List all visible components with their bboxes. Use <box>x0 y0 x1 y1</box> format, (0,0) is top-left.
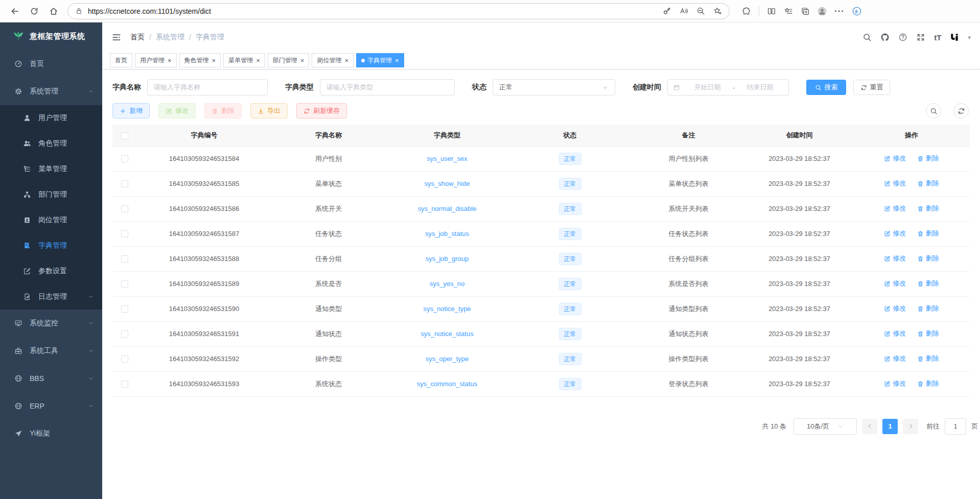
dict-type-input[interactable]: 请输入字典类型 <box>320 79 455 96</box>
row-delete-link[interactable]: 删除 <box>917 279 939 288</box>
sidebar-toggle-icon[interactable] <box>111 32 122 42</box>
start-date-input[interactable]: 开始日期 <box>684 83 731 92</box>
row-edit-link[interactable]: 修改 <box>884 379 906 388</box>
status-select[interactable]: 正常 <box>493 79 615 96</box>
end-date-input[interactable]: 结束日期 <box>737 83 783 92</box>
row-delete-link[interactable]: 删除 <box>917 254 939 263</box>
row-checkbox[interactable] <box>121 305 128 313</box>
browser-profile-avatar[interactable] <box>818 7 827 16</box>
add-button[interactable]: 新增 <box>112 103 150 118</box>
font-size-icon[interactable]: tT <box>934 33 941 42</box>
row-delete-link[interactable]: 删除 <box>917 329 939 338</box>
row-checkbox[interactable] <box>121 330 128 338</box>
tab[interactable]: 部门管理 × <box>268 53 310 67</box>
extensions-icon[interactable] <box>742 7 751 16</box>
dict-type-link[interactable]: sys_show_hide <box>425 180 470 187</box>
add-favorite-icon[interactable] <box>713 7 722 15</box>
sidebar-item[interactable]: 岗位管理 <box>0 207 102 233</box>
refresh-table-button[interactable] <box>953 103 969 118</box>
close-icon[interactable]: × <box>344 57 348 64</box>
sidebar-item[interactable]: 系统管理 <box>0 78 102 105</box>
favorites-list-icon[interactable] <box>784 7 793 16</box>
dict-type-link[interactable]: sys_job_group <box>426 255 469 263</box>
reset-button[interactable]: 重置 <box>853 80 890 95</box>
dict-type-link[interactable]: sys_yes_no <box>430 280 465 288</box>
tab[interactable]: 用户管理 × <box>135 53 177 67</box>
row-checkbox[interactable] <box>121 230 128 237</box>
row-checkbox[interactable] <box>121 180 128 187</box>
browser-back-button[interactable] <box>6 3 24 19</box>
current-page-button[interactable]: 1 <box>882 419 898 434</box>
edit-button[interactable]: 修改 <box>158 103 196 118</box>
sidebar-item[interactable]: 首页 <box>0 50 102 78</box>
close-icon[interactable]: × <box>212 57 216 64</box>
read-aloud-icon[interactable] <box>680 7 688 15</box>
dict-type-link[interactable]: sys_common_status <box>417 380 478 388</box>
select-all-checkbox[interactable] <box>121 132 128 139</box>
sidebar-item[interactable]: BBS <box>0 365 102 392</box>
dict-type-link[interactable]: sys_notice_type <box>423 305 471 313</box>
browser-home-button[interactable] <box>45 3 62 19</box>
breadcrumb-item[interactable]: 首页 <box>130 33 145 42</box>
tab[interactable]: 字典管理 × <box>356 53 404 67</box>
row-checkbox[interactable] <box>121 280 128 288</box>
dict-type-link[interactable]: sys_oper_type <box>426 355 469 363</box>
goto-page-input[interactable]: 1 <box>945 418 966 435</box>
row-edit-link[interactable]: 修改 <box>884 179 906 188</box>
row-edit-link[interactable]: 修改 <box>884 354 906 363</box>
row-delete-link[interactable]: 删除 <box>917 204 939 213</box>
row-edit-link[interactable]: 修改 <box>884 229 906 238</box>
url-text[interactable]: https://ccnetcore.com:1101/system/dict <box>88 7 663 15</box>
row-edit-link[interactable]: 修改 <box>884 254 906 263</box>
row-checkbox[interactable] <box>121 255 128 263</box>
tab[interactable]: 角色管理 × <box>179 53 221 67</box>
sidebar-item[interactable]: 系统监控 <box>0 310 102 337</box>
close-icon[interactable]: × <box>395 57 399 64</box>
sidebar-item[interactable]: 日志管理 <box>0 284 102 310</box>
header-search-icon[interactable] <box>862 33 872 42</box>
sidebar-item[interactable]: 字典管理 <box>0 233 102 258</box>
sidebar-item[interactable]: ERP <box>0 392 102 420</box>
help-icon[interactable] <box>898 33 907 42</box>
next-page-button[interactable] <box>903 419 918 434</box>
tab[interactable]: 岗位管理 × <box>312 53 354 67</box>
sidebar-item[interactable]: 菜单管理 <box>0 156 102 182</box>
bing-copilot-icon[interactable]: b <box>852 7 861 16</box>
sidebar-item[interactable]: 系统工具 <box>0 337 102 365</box>
fullscreen-icon[interactable] <box>916 33 925 42</box>
row-edit-link[interactable]: 修改 <box>884 304 906 313</box>
row-edit-link[interactable]: 修改 <box>884 204 906 213</box>
page-size-select[interactable]: 10条/页 <box>794 418 857 435</box>
browser-refresh-button[interactable] <box>26 3 43 19</box>
close-icon[interactable]: × <box>168 57 172 64</box>
sidebar-item[interactable]: Yi框架 <box>0 420 102 447</box>
close-icon[interactable]: × <box>256 57 260 64</box>
row-delete-link[interactable]: 删除 <box>917 304 939 313</box>
user-avatar[interactable] <box>950 33 959 42</box>
export-button[interactable]: 导出 <box>250 103 288 118</box>
close-icon[interactable]: × <box>300 57 305 64</box>
search-button[interactable]: 搜索 <box>806 80 846 95</box>
breadcrumb-item[interactable]: 字典管理 <box>196 33 224 42</box>
prev-page-button[interactable] <box>862 419 877 434</box>
tab[interactable]: 首页 <box>110 53 132 67</box>
row-checkbox[interactable] <box>121 155 128 162</box>
sidebar-item[interactable]: 用户管理 <box>0 105 102 131</box>
row-checkbox[interactable] <box>121 381 128 388</box>
row-checkbox[interactable] <box>121 205 128 212</box>
dict-type-link[interactable]: sys_job_status <box>425 230 469 237</box>
avatar-caret-icon[interactable]: ▾ <box>968 34 971 41</box>
dict-type-link[interactable]: sys_normal_disable <box>418 205 477 212</box>
split-screen-icon[interactable] <box>767 7 776 16</box>
sidebar-item[interactable]: 参数设置 <box>0 258 102 284</box>
row-delete-link[interactable]: 删除 <box>917 154 939 163</box>
collections-icon[interactable] <box>801 7 810 16</box>
date-range-picker[interactable]: 开始日期 - 结束日期 <box>667 79 789 96</box>
github-icon[interactable] <box>880 33 890 42</box>
tab[interactable]: 菜单管理 × <box>223 53 265 67</box>
dict-type-link[interactable]: sys_user_sex <box>427 155 467 162</box>
row-delete-link[interactable]: 删除 <box>917 229 939 238</box>
sidebar-item[interactable]: 角色管理 <box>0 131 102 156</box>
browser-menu-icon[interactable]: ··· <box>834 9 845 14</box>
row-delete-link[interactable]: 删除 <box>917 379 939 388</box>
